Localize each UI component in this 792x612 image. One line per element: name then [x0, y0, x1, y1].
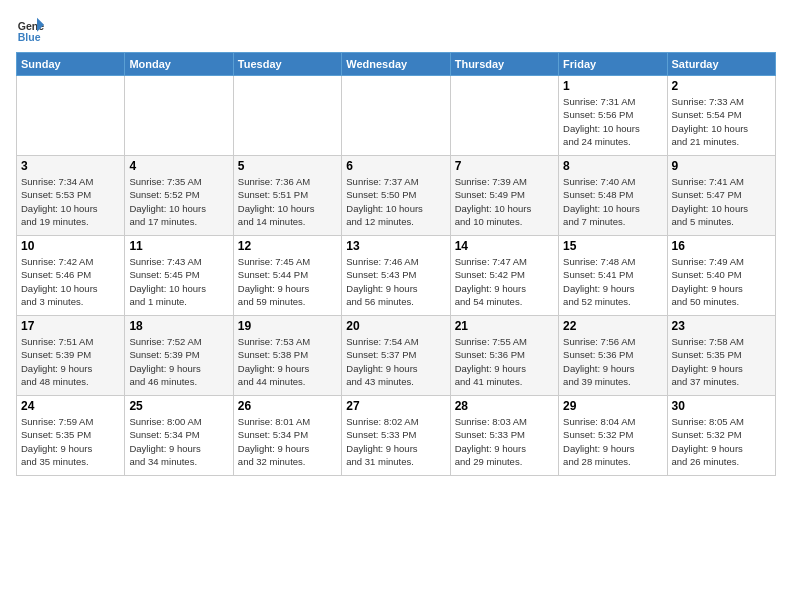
- calendar-table: SundayMondayTuesdayWednesdayThursdayFrid…: [16, 52, 776, 476]
- weekday-header: Tuesday: [233, 53, 341, 76]
- day-number: 8: [563, 159, 662, 173]
- day-number: 9: [672, 159, 771, 173]
- day-info: Sunrise: 7:37 AM Sunset: 5:50 PM Dayligh…: [346, 175, 445, 228]
- weekday-header: Friday: [559, 53, 667, 76]
- day-number: 27: [346, 399, 445, 413]
- day-info: Sunrise: 7:55 AM Sunset: 5:36 PM Dayligh…: [455, 335, 554, 388]
- calendar-week-row: 24Sunrise: 7:59 AM Sunset: 5:35 PM Dayli…: [17, 396, 776, 476]
- day-info: Sunrise: 7:43 AM Sunset: 5:45 PM Dayligh…: [129, 255, 228, 308]
- calendar-cell: 11Sunrise: 7:43 AM Sunset: 5:45 PM Dayli…: [125, 236, 233, 316]
- day-number: 13: [346, 239, 445, 253]
- calendar-cell: 9Sunrise: 7:41 AM Sunset: 5:47 PM Daylig…: [667, 156, 775, 236]
- day-number: 5: [238, 159, 337, 173]
- logo: General Blue: [16, 16, 48, 44]
- calendar-header: SundayMondayTuesdayWednesdayThursdayFrid…: [17, 53, 776, 76]
- weekday-header: Monday: [125, 53, 233, 76]
- day-number: 20: [346, 319, 445, 333]
- calendar-cell: 29Sunrise: 8:04 AM Sunset: 5:32 PM Dayli…: [559, 396, 667, 476]
- day-info: Sunrise: 7:41 AM Sunset: 5:47 PM Dayligh…: [672, 175, 771, 228]
- day-number: 2: [672, 79, 771, 93]
- day-info: Sunrise: 8:03 AM Sunset: 5:33 PM Dayligh…: [455, 415, 554, 468]
- calendar-cell: 3Sunrise: 7:34 AM Sunset: 5:53 PM Daylig…: [17, 156, 125, 236]
- calendar-cell: 7Sunrise: 7:39 AM Sunset: 5:49 PM Daylig…: [450, 156, 558, 236]
- day-info: Sunrise: 7:40 AM Sunset: 5:48 PM Dayligh…: [563, 175, 662, 228]
- page-header: General Blue: [16, 16, 776, 44]
- day-number: 26: [238, 399, 337, 413]
- calendar-cell: 12Sunrise: 7:45 AM Sunset: 5:44 PM Dayli…: [233, 236, 341, 316]
- calendar-cell: 19Sunrise: 7:53 AM Sunset: 5:38 PM Dayli…: [233, 316, 341, 396]
- calendar-cell: 8Sunrise: 7:40 AM Sunset: 5:48 PM Daylig…: [559, 156, 667, 236]
- day-info: Sunrise: 7:51 AM Sunset: 5:39 PM Dayligh…: [21, 335, 120, 388]
- calendar-cell: 6Sunrise: 7:37 AM Sunset: 5:50 PM Daylig…: [342, 156, 450, 236]
- calendar-week-row: 3Sunrise: 7:34 AM Sunset: 5:53 PM Daylig…: [17, 156, 776, 236]
- calendar-cell: 2Sunrise: 7:33 AM Sunset: 5:54 PM Daylig…: [667, 76, 775, 156]
- day-number: 25: [129, 399, 228, 413]
- calendar-cell: 13Sunrise: 7:46 AM Sunset: 5:43 PM Dayli…: [342, 236, 450, 316]
- day-number: 28: [455, 399, 554, 413]
- day-number: 1: [563, 79, 662, 93]
- day-number: 30: [672, 399, 771, 413]
- weekday-header: Thursday: [450, 53, 558, 76]
- calendar-cell: 28Sunrise: 8:03 AM Sunset: 5:33 PM Dayli…: [450, 396, 558, 476]
- weekday-header: Saturday: [667, 53, 775, 76]
- calendar-cell: 5Sunrise: 7:36 AM Sunset: 5:51 PM Daylig…: [233, 156, 341, 236]
- day-info: Sunrise: 7:35 AM Sunset: 5:52 PM Dayligh…: [129, 175, 228, 228]
- day-info: Sunrise: 8:04 AM Sunset: 5:32 PM Dayligh…: [563, 415, 662, 468]
- day-number: 11: [129, 239, 228, 253]
- day-number: 24: [21, 399, 120, 413]
- day-number: 18: [129, 319, 228, 333]
- calendar-cell: [342, 76, 450, 156]
- calendar-cell: [125, 76, 233, 156]
- day-number: 12: [238, 239, 337, 253]
- day-info: Sunrise: 8:01 AM Sunset: 5:34 PM Dayligh…: [238, 415, 337, 468]
- day-number: 22: [563, 319, 662, 333]
- calendar-cell: 4Sunrise: 7:35 AM Sunset: 5:52 PM Daylig…: [125, 156, 233, 236]
- calendar-cell: 18Sunrise: 7:52 AM Sunset: 5:39 PM Dayli…: [125, 316, 233, 396]
- calendar-cell: 15Sunrise: 7:48 AM Sunset: 5:41 PM Dayli…: [559, 236, 667, 316]
- calendar-cell: 24Sunrise: 7:59 AM Sunset: 5:35 PM Dayli…: [17, 396, 125, 476]
- day-number: 17: [21, 319, 120, 333]
- calendar-cell: 1Sunrise: 7:31 AM Sunset: 5:56 PM Daylig…: [559, 76, 667, 156]
- calendar-body: 1Sunrise: 7:31 AM Sunset: 5:56 PM Daylig…: [17, 76, 776, 476]
- calendar-week-row: 10Sunrise: 7:42 AM Sunset: 5:46 PM Dayli…: [17, 236, 776, 316]
- day-number: 10: [21, 239, 120, 253]
- day-info: Sunrise: 7:39 AM Sunset: 5:49 PM Dayligh…: [455, 175, 554, 228]
- calendar-cell: 25Sunrise: 8:00 AM Sunset: 5:34 PM Dayli…: [125, 396, 233, 476]
- day-info: Sunrise: 7:42 AM Sunset: 5:46 PM Dayligh…: [21, 255, 120, 308]
- day-number: 4: [129, 159, 228, 173]
- day-number: 3: [21, 159, 120, 173]
- day-info: Sunrise: 7:46 AM Sunset: 5:43 PM Dayligh…: [346, 255, 445, 308]
- weekday-header: Wednesday: [342, 53, 450, 76]
- day-info: Sunrise: 7:59 AM Sunset: 5:35 PM Dayligh…: [21, 415, 120, 468]
- day-number: 19: [238, 319, 337, 333]
- svg-text:Blue: Blue: [18, 31, 41, 43]
- calendar-cell: [17, 76, 125, 156]
- day-info: Sunrise: 7:52 AM Sunset: 5:39 PM Dayligh…: [129, 335, 228, 388]
- calendar-week-row: 1Sunrise: 7:31 AM Sunset: 5:56 PM Daylig…: [17, 76, 776, 156]
- day-info: Sunrise: 8:05 AM Sunset: 5:32 PM Dayligh…: [672, 415, 771, 468]
- day-info: Sunrise: 7:45 AM Sunset: 5:44 PM Dayligh…: [238, 255, 337, 308]
- weekday-header: Sunday: [17, 53, 125, 76]
- calendar-cell: 26Sunrise: 8:01 AM Sunset: 5:34 PM Dayli…: [233, 396, 341, 476]
- day-info: Sunrise: 7:36 AM Sunset: 5:51 PM Dayligh…: [238, 175, 337, 228]
- day-number: 23: [672, 319, 771, 333]
- day-info: Sunrise: 7:47 AM Sunset: 5:42 PM Dayligh…: [455, 255, 554, 308]
- calendar-cell: 22Sunrise: 7:56 AM Sunset: 5:36 PM Dayli…: [559, 316, 667, 396]
- day-number: 6: [346, 159, 445, 173]
- day-info: Sunrise: 7:33 AM Sunset: 5:54 PM Dayligh…: [672, 95, 771, 148]
- day-number: 15: [563, 239, 662, 253]
- day-info: Sunrise: 7:34 AM Sunset: 5:53 PM Dayligh…: [21, 175, 120, 228]
- day-info: Sunrise: 8:00 AM Sunset: 5:34 PM Dayligh…: [129, 415, 228, 468]
- day-info: Sunrise: 7:31 AM Sunset: 5:56 PM Dayligh…: [563, 95, 662, 148]
- day-info: Sunrise: 7:48 AM Sunset: 5:41 PM Dayligh…: [563, 255, 662, 308]
- calendar-cell: 16Sunrise: 7:49 AM Sunset: 5:40 PM Dayli…: [667, 236, 775, 316]
- day-number: 14: [455, 239, 554, 253]
- calendar-cell: 20Sunrise: 7:54 AM Sunset: 5:37 PM Dayli…: [342, 316, 450, 396]
- logo-icon: General Blue: [16, 16, 44, 44]
- day-info: Sunrise: 7:56 AM Sunset: 5:36 PM Dayligh…: [563, 335, 662, 388]
- calendar-cell: [233, 76, 341, 156]
- calendar-cell: 21Sunrise: 7:55 AM Sunset: 5:36 PM Dayli…: [450, 316, 558, 396]
- day-number: 16: [672, 239, 771, 253]
- day-info: Sunrise: 8:02 AM Sunset: 5:33 PM Dayligh…: [346, 415, 445, 468]
- day-info: Sunrise: 7:49 AM Sunset: 5:40 PM Dayligh…: [672, 255, 771, 308]
